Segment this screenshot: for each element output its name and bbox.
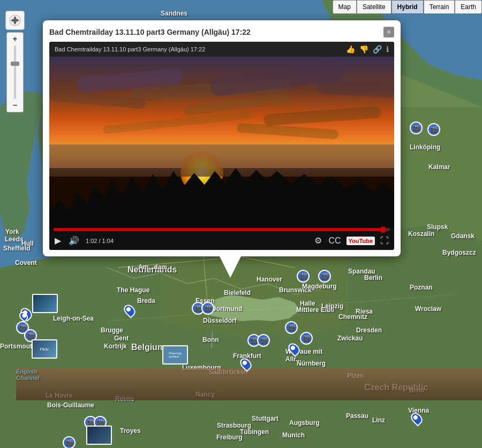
cluster-2[interactable]: 🎬 (426, 122, 441, 137)
satellite-button[interactable]: Satellite (357, 0, 391, 14)
zoom-track[interactable] (14, 45, 16, 99)
popup-title: Bad Chemtrailday 13.11.10 part3 Germany … (49, 28, 251, 36)
earth-button[interactable]: Earth (455, 0, 482, 14)
video-controls: ▶ 🔊 1:02 / 1:04 ⚙ CC YouTube ⛶ (49, 228, 394, 250)
pin-6[interactable] (20, 312, 27, 321)
settings-button[interactable]: ⚙ (313, 234, 323, 247)
zoom-controls: + − (5, 11, 25, 112)
map-container[interactable]: Map Satellite Hybrid Terrain Earth + − N… (0, 0, 482, 448)
video-popup: Bad Chemtrailday 13.11.10 part3 Germany … (43, 20, 401, 256)
pin-4[interactable] (241, 358, 251, 370)
video-screen[interactable] (49, 57, 394, 228)
controls-right: ⚙ CC YouTube ⛶ (313, 234, 390, 247)
cluster-6[interactable]: 🎬 (200, 301, 215, 316)
pin-3[interactable] (289, 343, 299, 355)
controls-row: ▶ 🔊 1:02 / 1:04 ⚙ CC YouTube ⛶ (54, 234, 390, 247)
video-header-icons: 👍 👎 🔗 ℹ (346, 45, 389, 54)
pan-button[interactable] (5, 11, 25, 30)
terrain-button[interactable]: Terrain (424, 0, 455, 14)
cluster-1[interactable]: 🎬 (409, 120, 424, 135)
thumbs-up-icon[interactable]: 👍 (346, 45, 355, 54)
zoom-in-button[interactable]: + (8, 34, 22, 44)
cluster-4[interactable]: 🎬 (317, 269, 332, 284)
info-icon[interactable]: ℹ (386, 45, 389, 54)
video-header: Bad Chemtrailday 13.11.10 part3 Germany … (49, 42, 394, 57)
progress-handle[interactable] (380, 226, 386, 233)
map-button[interactable]: Map (333, 0, 357, 14)
zoom-slider[interactable]: + − (6, 32, 24, 112)
fullscreen-button[interactable]: ⛶ (379, 235, 390, 247)
video-container: Bad Chemtrailday 13.11.10 part3 Germany … (49, 42, 394, 250)
popup-close-button[interactable]: × (383, 27, 394, 37)
zoom-out-button[interactable]: − (8, 100, 22, 111)
pin-1[interactable] (125, 304, 134, 317)
zoom-handle[interactable] (11, 62, 19, 66)
play-button[interactable]: ▶ (54, 234, 62, 247)
svg-point-10 (13, 19, 17, 22)
map-toolbar: Map Satellite Hybrid Terrain Earth (333, 0, 482, 14)
progress-fill (54, 228, 383, 231)
cluster-7[interactable]: 🎬 (284, 320, 299, 335)
thumbs-down-icon[interactable]: 👎 (359, 45, 368, 54)
controls-left: ▶ 🔊 1:02 / 1:04 (54, 234, 114, 247)
share-icon[interactable]: 🔗 (373, 45, 382, 54)
pin-5[interactable] (412, 412, 421, 425)
time-display: 1:02 / 1:04 (86, 238, 114, 244)
cluster-8[interactable]: 🎬 (299, 331, 314, 346)
thumbnail-2[interactable]: Flickr (32, 339, 57, 359)
thumbnail-4[interactable]: Planning context... (162, 345, 188, 365)
cluster-13[interactable]: 🎬 (62, 435, 77, 448)
hybrid-button[interactable]: Hybrid (391, 0, 424, 14)
progress-bar[interactable] (54, 228, 390, 231)
popup-header: Bad Chemtrailday 13.11.10 part3 Germany … (49, 27, 394, 37)
youtube-logo: YouTube (347, 237, 375, 245)
thumbnail-1[interactable] (32, 294, 58, 313)
cluster-10[interactable]: 🎬 (256, 333, 271, 348)
video-header-title: Bad Chemtrailday 13.11.10 part3 Germany … (55, 46, 205, 52)
thumbnail-3[interactable] (86, 426, 112, 445)
captions-button[interactable]: CC (327, 235, 342, 247)
volume-button[interactable]: 🔊 (67, 234, 80, 247)
cluster-3[interactable]: 🎬 (296, 269, 311, 284)
